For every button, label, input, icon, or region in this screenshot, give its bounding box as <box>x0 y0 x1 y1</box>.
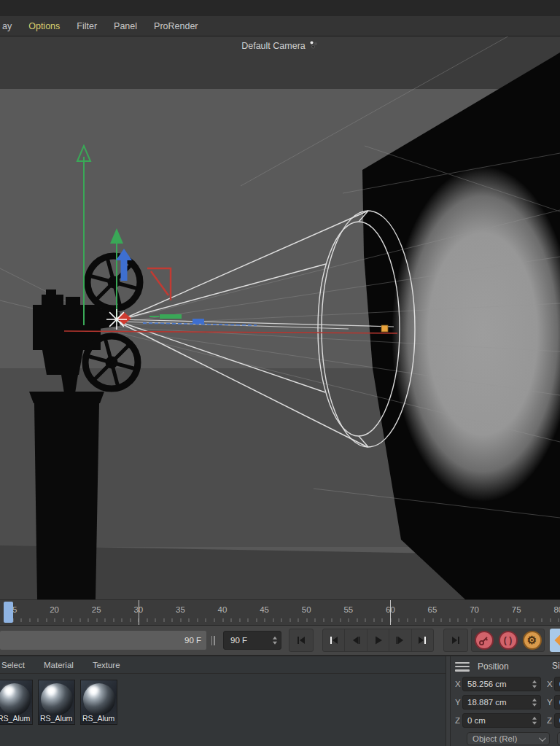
green-axis-handle[interactable] <box>160 314 182 319</box>
material-thumbnails: RS_AlumRS_AlumRS_Alum <box>0 674 446 725</box>
previous-frame-button[interactable] <box>345 629 367 651</box>
value-spinner[interactable] <box>532 717 537 725</box>
diamond-icon <box>555 634 560 647</box>
frame-spinner[interactable] <box>273 637 277 645</box>
coordinate-space-dropdown[interactable]: Object (Rel) <box>467 732 550 745</box>
position-x-field[interactable]: 58.256 cm <box>462 677 541 691</box>
animation-toolbar: 90 F 90 F ( )⚙ <box>0 626 560 655</box>
panel-splitter[interactable] <box>446 656 451 746</box>
menu-item-prorender[interactable]: ProRender <box>154 21 198 31</box>
axis-label: Z <box>547 716 554 725</box>
coordinate-row-y: Y18.887 cmY0 cm <box>455 695 560 710</box>
frame-marker-line <box>390 600 391 625</box>
axis-label: Y <box>547 698 554 707</box>
coordinates-panel: Position Size X58.256 cmX0 cmY18.887 cmY… <box>451 656 560 746</box>
chevron-down-icon <box>539 734 546 742</box>
range-end-label: 90 F <box>184 636 201 645</box>
coordinate-row-x: X58.256 cmX0 cm <box>455 677 560 691</box>
menu-item-panel[interactable]: Panel <box>114 21 137 31</box>
coordinates-col2-title: Size <box>552 661 560 671</box>
goto-start-button[interactable] <box>289 629 314 652</box>
material-menu-material[interactable]: Material <box>44 661 74 669</box>
previous-key-button[interactable] <box>323 629 345 651</box>
autokey-button[interactable]: ( ) <box>499 631 518 650</box>
material-menu-select[interactable]: Select <box>1 661 25 669</box>
material-sphere-preview <box>83 683 115 715</box>
size-y-field[interactable]: 0 cm <box>554 695 560 710</box>
goto-end-button[interactable] <box>443 629 468 652</box>
light-target-handle-orange[interactable] <box>381 325 388 332</box>
frame-tick-label: 65 <box>428 605 438 614</box>
transport-button-group <box>322 629 434 652</box>
projector-stand-cap <box>29 392 104 403</box>
coordinate-space-value: Object (Rel) <box>472 734 517 743</box>
partial-toolbar-button[interactable] <box>550 629 560 652</box>
coordinates-menu-icon[interactable] <box>455 662 470 672</box>
viewport-camera-label[interactable]: Default Camera <box>0 40 560 51</box>
material-thumbnail[interactable]: RS_Alum <box>38 680 75 725</box>
timeline-ruler[interactable]: 1520253035404550556065707580 <box>0 599 560 626</box>
coordinates-title: Position <box>478 661 509 672</box>
light-origin-starburst <box>106 309 127 330</box>
blue-axis-handle[interactable] <box>192 319 204 324</box>
size-z-field[interactable]: 0 cm <box>554 713 560 728</box>
axis-label: Y <box>455 698 462 707</box>
frame-tick-label: 45 <box>260 605 269 614</box>
menu-bar: ayOptionsFilterPanelProRender <box>0 16 560 36</box>
axis-label: X <box>455 680 462 688</box>
next-frame-button[interactable] <box>389 629 411 651</box>
menu-item-filter[interactable]: Filter <box>77 21 97 31</box>
material-menu-bar: SelectMaterialTexture <box>0 656 446 674</box>
frame-tick-label: 80 <box>553 605 560 614</box>
frame-tick-label: 75 <box>512 605 521 614</box>
frame-tick-label: 35 <box>176 605 185 614</box>
frame-tick-label: 20 <box>50 605 59 614</box>
material-thumbnail[interactable]: RS_Alum <box>0 680 33 725</box>
axis-label: X <box>547 680 554 688</box>
material-name-label: RS_Alum <box>82 714 114 723</box>
range-slider-grip-icon[interactable] <box>209 634 217 647</box>
frame-tick-label: 50 <box>302 605 311 614</box>
material-menu-texture[interactable]: Texture <box>93 661 120 669</box>
material-sphere-preview <box>41 683 73 715</box>
current-frame-value: 90 F <box>230 636 247 645</box>
camera-label-text: Default Camera <box>241 41 306 51</box>
keyframe-record-panel: ( )⚙ <box>471 629 545 652</box>
position-y-field[interactable]: 18.887 cm <box>462 695 541 710</box>
record-keyframe-button[interactable] <box>475 631 494 650</box>
current-frame-field[interactable]: 90 F <box>223 631 281 650</box>
position-z-field[interactable]: 0 cm <box>462 713 541 728</box>
next-key-button[interactable] <box>412 629 433 651</box>
coordinate-row-z: Z0 cmZ0 cm <box>455 713 560 728</box>
frame-tick-label: 40 <box>218 605 228 614</box>
frame-tick-label: 70 <box>470 605 479 614</box>
coordinates-rows: X58.256 cmX0 cmY18.887 cmY0 cmZ0 cmZ0 cm <box>455 677 560 728</box>
timeline-tick-strip <box>0 618 560 622</box>
bottom-panels: SelectMaterialTexture RS_AlumRS_AlumRS_A… <box>0 655 560 746</box>
menu-item-ay[interactable]: ay <box>2 21 12 31</box>
material-sphere-preview <box>0 683 31 715</box>
frame-tick-label: 25 <box>92 605 101 614</box>
projector-stand-pillar <box>34 403 99 599</box>
size-x-field[interactable]: 0 cm <box>554 677 560 691</box>
menu-item-options[interactable]: Options <box>28 21 60 31</box>
axis-label: Z <box>455 716 462 725</box>
viewport-3d[interactable]: Default Camera <box>0 36 560 599</box>
value-spinner[interactable] <box>532 680 537 688</box>
material-manager: SelectMaterialTexture RS_AlumRS_AlumRS_A… <box>0 656 446 746</box>
frame-marker-line <box>139 600 139 625</box>
keyframe-options-button[interactable]: ⚙ <box>523 631 542 650</box>
material-name-label: RS_Alum <box>40 714 72 723</box>
material-thumbnail[interactable]: RS_Alum <box>80 680 117 725</box>
value-spinner[interactable] <box>532 699 537 707</box>
camera-axis-icon <box>308 40 319 51</box>
viewport-3d-scene[interactable] <box>0 36 560 599</box>
play-button[interactable] <box>368 629 389 651</box>
material-name-label: RS_Alum <box>0 714 30 723</box>
timeline-playhead[interactable] <box>4 602 13 623</box>
size-dropdown[interactable]: Size <box>557 732 560 745</box>
window-top-strip <box>0 0 560 16</box>
timeline-range-slider[interactable]: 90 F <box>0 631 206 650</box>
frame-tick-label: 55 <box>343 605 353 614</box>
